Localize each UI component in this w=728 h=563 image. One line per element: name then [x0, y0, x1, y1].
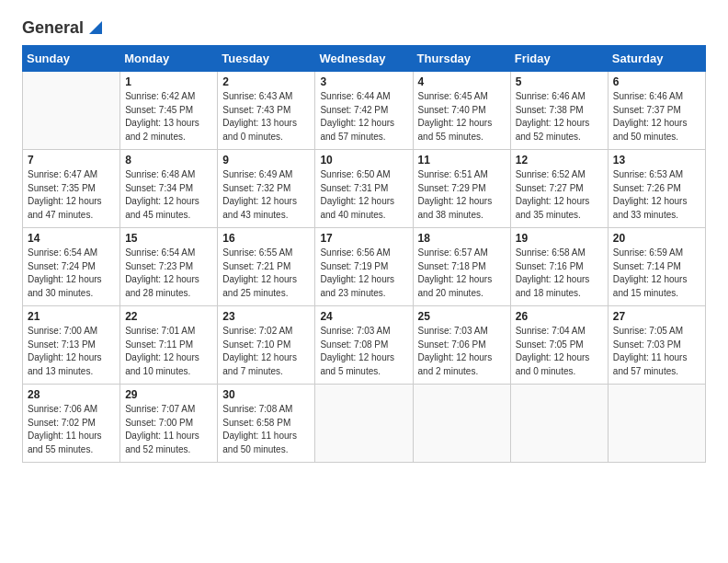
day-number: 13	[613, 154, 700, 167]
day-info: Sunrise: 7:01 AMSunset: 7:11 PMDaylight:…	[125, 325, 212, 378]
header: General	[22, 18, 706, 38]
day-info: Sunrise: 6:47 AMSunset: 7:35 PMDaylight:…	[28, 168, 115, 222]
day-info: Sunrise: 7:00 AMSunset: 7:13 PMDaylight:…	[28, 325, 115, 378]
day-number: 7	[28, 154, 115, 167]
calendar-cell: 15Sunrise: 6:54 AMSunset: 7:23 PMDayligh…	[120, 228, 218, 306]
day-number: 21	[28, 310, 115, 323]
day-info: Sunrise: 6:46 AMSunset: 7:37 PMDaylight:…	[613, 90, 700, 144]
logo: General	[22, 18, 106, 38]
day-info: Sunrise: 6:56 AMSunset: 7:19 PMDaylight:…	[320, 247, 407, 300]
day-number: 8	[125, 154, 212, 167]
day-info: Sunrise: 6:54 AMSunset: 7:24 PMDaylight:…	[28, 247, 115, 300]
day-info: Sunrise: 6:52 AMSunset: 7:27 PMDaylight:…	[516, 168, 603, 222]
day-info: Sunrise: 6:58 AMSunset: 7:16 PMDaylight:…	[516, 247, 603, 300]
calendar-cell: 3Sunrise: 6:44 AMSunset: 7:42 PMDaylight…	[315, 72, 413, 150]
calendar-cell: 27Sunrise: 7:05 AMSunset: 7:03 PMDayligh…	[608, 306, 705, 385]
day-number: 5	[516, 75, 603, 88]
calendar-cell: 26Sunrise: 7:04 AMSunset: 7:05 PMDayligh…	[510, 306, 608, 385]
day-number: 28	[28, 388, 115, 401]
calendar-cell: 1Sunrise: 6:42 AMSunset: 7:45 PMDaylight…	[120, 72, 218, 150]
day-info: Sunrise: 6:48 AMSunset: 7:34 PMDaylight:…	[125, 168, 212, 222]
calendar-cell: 20Sunrise: 6:59 AMSunset: 7:14 PMDayligh…	[608, 228, 705, 306]
calendar-cell: 23Sunrise: 7:02 AMSunset: 7:10 PMDayligh…	[218, 306, 315, 385]
day-number: 24	[320, 310, 407, 323]
day-number: 18	[418, 232, 506, 245]
day-info: Sunrise: 7:02 AMSunset: 7:10 PMDaylight:…	[222, 325, 310, 378]
day-info: Sunrise: 6:55 AMSunset: 7:21 PMDaylight:…	[222, 247, 310, 300]
calendar-cell: 14Sunrise: 6:54 AMSunset: 7:24 PMDayligh…	[23, 228, 120, 306]
day-info: Sunrise: 6:44 AMSunset: 7:42 PMDaylight:…	[320, 90, 407, 144]
day-number: 3	[320, 75, 407, 88]
weekday-header-row: SundayMondayTuesdayWednesdayThursdayFrid…	[23, 46, 706, 72]
calendar-cell: 6Sunrise: 6:46 AMSunset: 7:37 PMDaylight…	[608, 72, 705, 150]
calendar-cell: 21Sunrise: 7:00 AMSunset: 7:13 PMDayligh…	[23, 306, 120, 385]
calendar-week-row: 21Sunrise: 7:00 AMSunset: 7:13 PMDayligh…	[23, 306, 706, 385]
calendar-cell: 10Sunrise: 6:50 AMSunset: 7:31 PMDayligh…	[315, 150, 413, 228]
weekday-header-monday: Monday	[120, 46, 218, 72]
calendar-cell: 12Sunrise: 6:52 AMSunset: 7:27 PMDayligh…	[510, 150, 608, 228]
day-info: Sunrise: 7:05 AMSunset: 7:03 PMDaylight:…	[613, 325, 700, 378]
day-info: Sunrise: 6:57 AMSunset: 7:18 PMDaylight:…	[418, 247, 506, 300]
day-info: Sunrise: 6:43 AMSunset: 7:43 PMDaylight:…	[222, 90, 310, 144]
day-number: 9	[222, 154, 310, 167]
weekday-header-thursday: Thursday	[413, 46, 510, 72]
calendar-cell: 7Sunrise: 6:47 AMSunset: 7:35 PMDaylight…	[23, 150, 120, 228]
weekday-header-wednesday: Wednesday	[315, 46, 413, 72]
calendar-cell: 4Sunrise: 6:45 AMSunset: 7:40 PMDaylight…	[413, 72, 510, 150]
calendar-cell	[608, 385, 705, 463]
calendar-cell: 2Sunrise: 6:43 AMSunset: 7:43 PMDaylight…	[218, 72, 315, 150]
day-info: Sunrise: 6:59 AMSunset: 7:14 PMDaylight:…	[613, 247, 700, 300]
day-info: Sunrise: 6:51 AMSunset: 7:29 PMDaylight:…	[418, 168, 506, 222]
day-number: 11	[418, 154, 506, 167]
day-info: Sunrise: 6:54 AMSunset: 7:23 PMDaylight:…	[125, 247, 212, 300]
day-info: Sunrise: 6:49 AMSunset: 7:32 PMDaylight:…	[222, 168, 310, 222]
day-number: 12	[516, 154, 603, 167]
calendar-cell	[23, 72, 120, 150]
calendar-week-row: 1Sunrise: 6:42 AMSunset: 7:45 PMDaylight…	[23, 72, 706, 150]
calendar-week-row: 28Sunrise: 7:06 AMSunset: 7:02 PMDayligh…	[23, 385, 706, 463]
calendar-cell: 29Sunrise: 7:07 AMSunset: 7:00 PMDayligh…	[120, 385, 218, 463]
weekday-header-saturday: Saturday	[608, 46, 705, 72]
calendar-cell: 8Sunrise: 6:48 AMSunset: 7:34 PMDaylight…	[120, 150, 218, 228]
day-info: Sunrise: 6:45 AMSunset: 7:40 PMDaylight:…	[418, 90, 506, 144]
svg-marker-0	[89, 21, 102, 34]
calendar-week-row: 14Sunrise: 6:54 AMSunset: 7:24 PMDayligh…	[23, 228, 706, 306]
day-info: Sunrise: 7:08 AMSunset: 6:58 PMDaylight:…	[222, 403, 310, 456]
day-number: 25	[418, 310, 506, 323]
calendar-cell: 13Sunrise: 6:53 AMSunset: 7:26 PMDayligh…	[608, 150, 705, 228]
calendar-cell: 18Sunrise: 6:57 AMSunset: 7:18 PMDayligh…	[413, 228, 510, 306]
logo-general-text: General	[22, 18, 84, 38]
day-number: 30	[222, 388, 310, 401]
calendar-cell: 16Sunrise: 6:55 AMSunset: 7:21 PMDayligh…	[218, 228, 315, 306]
day-number: 26	[516, 310, 603, 323]
day-number: 2	[222, 75, 310, 88]
day-number: 6	[613, 75, 700, 88]
weekday-header-friday: Friday	[510, 46, 608, 72]
day-info: Sunrise: 7:03 AMSunset: 7:06 PMDaylight:…	[418, 325, 506, 378]
weekday-header-tuesday: Tuesday	[218, 46, 315, 72]
day-number: 17	[320, 232, 407, 245]
day-number: 23	[222, 310, 310, 323]
calendar-cell: 25Sunrise: 7:03 AMSunset: 7:06 PMDayligh…	[413, 306, 510, 385]
day-info: Sunrise: 7:07 AMSunset: 7:00 PMDaylight:…	[125, 403, 212, 456]
calendar-cell	[510, 385, 608, 463]
day-info: Sunrise: 6:46 AMSunset: 7:38 PMDaylight:…	[516, 90, 603, 144]
calendar-cell: 22Sunrise: 7:01 AMSunset: 7:11 PMDayligh…	[120, 306, 218, 385]
calendar-cell: 28Sunrise: 7:06 AMSunset: 7:02 PMDayligh…	[23, 385, 120, 463]
day-number: 20	[613, 232, 700, 245]
calendar-cell: 5Sunrise: 6:46 AMSunset: 7:38 PMDaylight…	[510, 72, 608, 150]
calendar-cell: 19Sunrise: 6:58 AMSunset: 7:16 PMDayligh…	[510, 228, 608, 306]
day-number: 19	[516, 232, 603, 245]
calendar-cell: 9Sunrise: 6:49 AMSunset: 7:32 PMDaylight…	[218, 150, 315, 228]
day-number: 27	[613, 310, 700, 323]
day-number: 16	[222, 232, 310, 245]
day-info: Sunrise: 7:06 AMSunset: 7:02 PMDaylight:…	[28, 403, 115, 456]
calendar-week-row: 7Sunrise: 6:47 AMSunset: 7:35 PMDaylight…	[23, 150, 706, 228]
day-number: 14	[28, 232, 115, 245]
weekday-header-sunday: Sunday	[23, 46, 120, 72]
day-info: Sunrise: 6:53 AMSunset: 7:26 PMDaylight:…	[613, 168, 700, 222]
calendar-cell: 11Sunrise: 6:51 AMSunset: 7:29 PMDayligh…	[413, 150, 510, 228]
day-info: Sunrise: 6:42 AMSunset: 7:45 PMDaylight:…	[125, 90, 212, 144]
day-number: 22	[125, 310, 212, 323]
calendar-cell	[315, 385, 413, 463]
